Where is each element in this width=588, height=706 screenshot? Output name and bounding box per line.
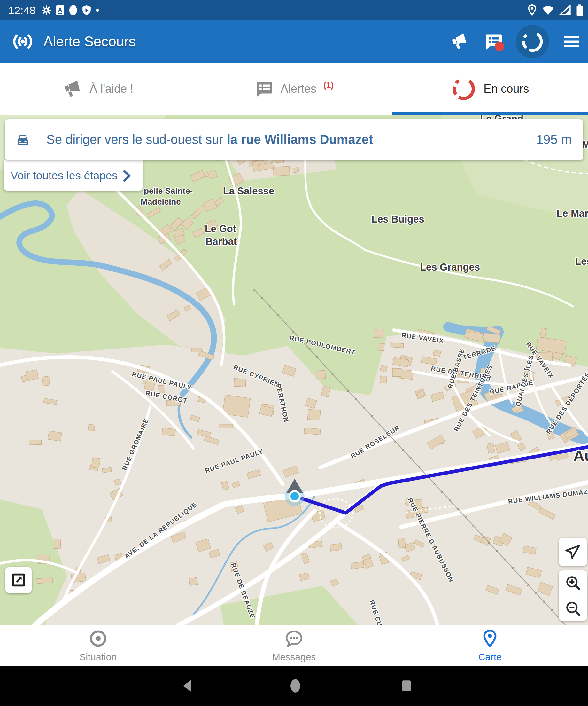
- dot-notification-icon: [95, 8, 99, 12]
- bottom-navigation: Situation Messages Carte: [0, 625, 588, 666]
- circle-notification-icon: [69, 4, 78, 16]
- nav-label: Carte: [478, 652, 502, 663]
- zoom-out-button[interactable]: [558, 596, 587, 621]
- svg-text:Le Marc: Le Marc: [556, 208, 588, 219]
- app-screen: 12:48 A: [0, 0, 588, 706]
- expand-icon: [10, 572, 27, 588]
- map-area[interactable]: Le Grand M La Salesse pelle Sainte- Made…: [0, 115, 588, 625]
- home-icon: [289, 678, 302, 694]
- ongoing-progress-button[interactable]: [516, 25, 549, 58]
- status-time: 12:48: [8, 4, 36, 16]
- tab-en-cours[interactable]: En cours: [392, 63, 588, 115]
- tab-label: Alertes: [281, 82, 317, 95]
- tab-bar: À l'aide ! Alertes (1) En cours: [0, 63, 588, 115]
- svg-text:pelle Sainte-: pelle Sainte-: [144, 186, 193, 196]
- wifi-icon: [542, 5, 554, 15]
- instruction-prefix: Se diriger vers le sud-ouest sur: [46, 132, 227, 147]
- megaphone-icon: [448, 30, 471, 53]
- signal-icon: [559, 5, 571, 15]
- menu-button[interactable]: [560, 30, 583, 53]
- chat-list-icon: [254, 80, 274, 98]
- svg-text:Madeleine: Madeleine: [140, 197, 181, 206]
- car-icon: [14, 132, 31, 147]
- distance-value: 195 m: [536, 132, 572, 147]
- all-steps-button[interactable]: Voir toutes les étapes: [3, 160, 143, 191]
- recents-icon: [400, 679, 413, 693]
- svg-text:Les Buiges: Les Buiges: [371, 213, 424, 225]
- megaphone-button[interactable]: [448, 30, 471, 53]
- map[interactable]: Le Grand M La Salesse pelle Sainte- Made…: [0, 115, 588, 625]
- situation-target-icon: [88, 629, 108, 649]
- status-system-icons: [527, 0, 584, 21]
- zoom-in-button[interactable]: [558, 571, 587, 596]
- navigation-instruction-card[interactable]: Se diriger vers le sud-ouest sur la rue …: [5, 119, 583, 160]
- svg-text:La Salesse: La Salesse: [223, 186, 274, 197]
- hamburger-icon: [562, 34, 580, 49]
- translate-app-icon: A: [56, 5, 64, 16]
- fullscreen-button[interactable]: [5, 566, 32, 593]
- zoom-in-icon: [565, 575, 581, 591]
- nav-item-carte[interactable]: Carte: [392, 625, 588, 666]
- tab-label: À l'aide !: [89, 82, 133, 95]
- tab-a-laide[interactable]: À l'aide !: [0, 63, 196, 115]
- status-bar: 12:48 A: [0, 0, 588, 21]
- page-title: Alerte Secours: [43, 34, 136, 49]
- nav-label: Messages: [272, 652, 316, 663]
- svg-text:Barbat: Barbat: [206, 236, 237, 247]
- android-back-button[interactable]: [181, 666, 194, 706]
- instruction-street: la rue Williams Dumazet: [227, 132, 373, 147]
- svg-text:Le Got: Le Got: [205, 223, 236, 234]
- battery-icon: [576, 4, 584, 16]
- instruction-text: Se diriger vers le sud-ouest sur la rue …: [46, 132, 373, 147]
- map-pin-icon: [480, 629, 500, 649]
- nav-item-situation[interactable]: Situation: [0, 625, 196, 666]
- gear-icon: [41, 5, 51, 15]
- messages-bubble-icon: [284, 629, 304, 649]
- nav-item-messages[interactable]: Messages: [196, 625, 392, 666]
- app-bar-actions: [448, 21, 583, 63]
- active-tab-indicator: [392, 112, 588, 115]
- spinner-icon: [451, 76, 476, 102]
- play-protect-icon: [82, 5, 91, 16]
- app-logo-icon: [13, 33, 33, 50]
- megaphone-icon: [61, 77, 85, 101]
- zoom-out-icon: [565, 600, 581, 617]
- svg-text:Les: Les: [575, 256, 588, 267]
- android-recents-button[interactable]: [400, 666, 413, 706]
- unread-badge-dot: [495, 42, 504, 51]
- tab-alertes[interactable]: Alertes (1): [196, 63, 392, 115]
- status-notification-icons: A: [41, 4, 99, 16]
- svg-text:Les Granges: Les Granges: [420, 262, 480, 273]
- all-steps-label: Voir toutes les étapes: [10, 169, 118, 182]
- svg-text:A: A: [58, 7, 62, 13]
- app-bar: Alerte Secours: [0, 21, 588, 63]
- chevron-right-icon: [121, 169, 132, 182]
- zoom-controls: [558, 571, 587, 621]
- location-icon: [527, 4, 537, 16]
- locate-button[interactable]: [558, 538, 587, 566]
- navigation-arrow-icon: [564, 543, 582, 560]
- spinner-icon: [520, 29, 545, 54]
- alert-count-badge: (1): [323, 80, 334, 90]
- svg-text:Au: Au: [573, 447, 588, 464]
- tab-label: En cours: [484, 82, 529, 95]
- android-home-button[interactable]: [289, 666, 302, 706]
- android-navigation-bar: [0, 666, 588, 706]
- nav-label: Situation: [79, 652, 117, 663]
- back-icon: [181, 679, 194, 693]
- messages-button[interactable]: [482, 30, 505, 53]
